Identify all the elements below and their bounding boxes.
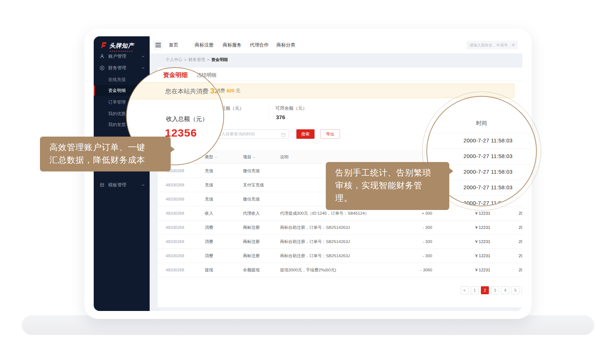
magnified-time-value: 2000-7-27 11:58:03 [463, 137, 512, 143]
sidebar-item-label: 财务管理 [108, 65, 126, 71]
magnified-time-header: 时间 [427, 120, 536, 127]
breadcrumb-bar: 个人中心>财务管理>资金明细 [150, 54, 522, 65]
sidebar-item-account[interactable]: 账户管理 [94, 51, 150, 62]
table-row: 48330268 提现 余额提现 提现3000元，手续费2%(60元) - 30… [158, 263, 522, 277]
magnified-time-value: 2000-7-27 11:58:03 [463, 184, 512, 190]
magnified-time-value: 2000-7-27 11:58:03 [463, 169, 512, 175]
sidebar-item-label: 账户管理 [108, 53, 126, 60]
topbar: 首页 商标注册 商标服务 代理合作 商标分类 [150, 36, 522, 54]
magnified-income-label: 收入总额（元） [166, 115, 208, 123]
sidebar-item-label: 模板管理 [108, 182, 126, 188]
magnified-banner: 您在本站共消费 32124 元 [127, 82, 223, 99]
callout-arrow [170, 146, 175, 153]
magnified-tab-active: 资金明细 [163, 71, 188, 79]
brand-name: 头牌知产 [109, 42, 134, 50]
chevron-down-icon [142, 184, 145, 186]
callout-right: 告别手工统计、告别繁琐 审核，实现智能财务管 理。 [326, 162, 449, 210]
tabs-divider [158, 81, 522, 81]
pagination: < 1 2 3 4 5 [461, 286, 522, 294]
pagination-page-5[interactable]: 5 [511, 286, 519, 294]
brand-logo-icon [100, 41, 108, 50]
chevron-up-icon [142, 67, 145, 69]
trademark-search-input[interactable] [466, 41, 518, 49]
sidebar-item-templates[interactable]: 模板管理 [94, 179, 150, 190]
callout-left: 高效管理账户订单、一键 汇总数据，降低财务成本 [40, 137, 171, 171]
template-icon [100, 182, 105, 187]
chevron-down-icon [142, 56, 145, 57]
hamburger-menu-icon[interactable] [153, 40, 163, 50]
pagination-prev[interactable]: < [461, 286, 469, 294]
topnav-home[interactable]: 首页 [169, 36, 178, 54]
pagination-page-1[interactable]: 1 [471, 286, 479, 294]
banner-amount: 820 [227, 88, 235, 93]
stat-balance-label: 可用余额（元） [275, 105, 307, 112]
breadcrumb-part[interactable]: 财务管理 [189, 57, 205, 62]
sidebar-item-finance[interactable]: 财务管理 [94, 62, 150, 73]
topnav-trademark-service[interactable]: 商标服务 [223, 36, 242, 54]
pagination-page-3[interactable]: 3 [491, 286, 499, 294]
breadcrumb-part[interactable]: 个人中心 [166, 57, 182, 62]
stats-divider [269, 105, 269, 119]
calendar-icon[interactable] [281, 132, 285, 138]
sort-caret-icon [214, 150, 217, 164]
topnav-trademark-register[interactable]: 商标注册 [195, 36, 214, 54]
callout-arrow [449, 168, 453, 174]
breadcrumb-current: 资金明细 [211, 57, 228, 62]
user-icon [100, 54, 105, 59]
breadcrumb: 个人中心>财务管理>资金明细 [166, 54, 228, 65]
table-row: 48330268 消费 商标注册 商标自助注册，订单号：SB2514263J -… [158, 249, 522, 263]
sort-caret-icon [252, 150, 255, 164]
sidebar: 头牌知产 账户管理 财务管理 [94, 36, 150, 311]
topnav-trademark-category[interactable]: 商标分类 [276, 36, 295, 54]
date-input[interactable] [214, 129, 289, 139]
magnified-time-value: 2000-7-27 11:58:03 [463, 153, 512, 159]
export-button[interactable]: 导出 [320, 129, 340, 139]
page: 头牌知产 账户管理 财务管理 [0, 0, 616, 364]
brand-logo: 头牌知产 [100, 41, 134, 50]
banner-unit: 元 [236, 88, 240, 93]
pagination-page-4[interactable]: 4 [501, 286, 509, 294]
stat-balance-value: 376 [276, 114, 285, 120]
table-row: 48330268 消费 商标注册 商标自助注册，订单号：SB2514263J -… [158, 221, 522, 235]
search-button[interactable]: 搜索 [296, 129, 315, 139]
col-project[interactable]: 项目 [243, 150, 255, 164]
pagination-page-2[interactable]: 2 [481, 286, 489, 294]
finance-icon [100, 65, 105, 70]
col-desc: 说明 [280, 150, 288, 164]
table-row: 48330268 消费 商标注册 商标自助注册，订单号：SB2514263J -… [158, 235, 522, 249]
topnav-agent-coop[interactable]: 代理合作 [250, 36, 269, 54]
pagination-next[interactable] [522, 286, 522, 294]
